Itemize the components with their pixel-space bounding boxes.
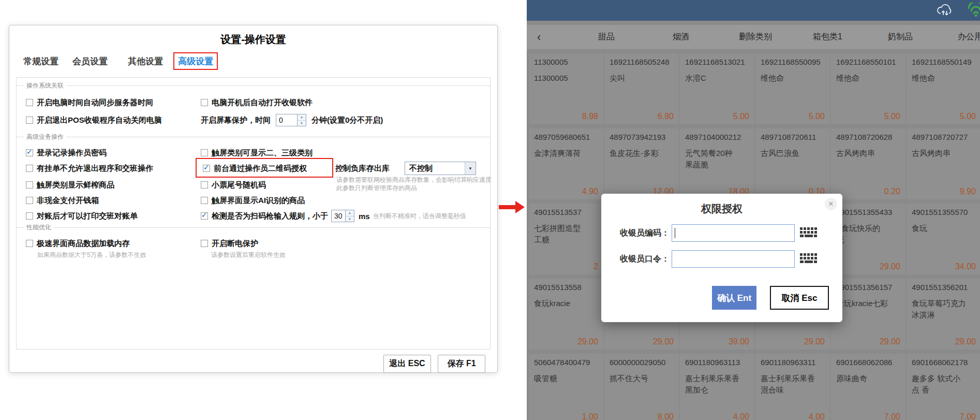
- product-cell[interactable]: 6901668062178趣多多 软式小 点 香7.00: [907, 354, 980, 420]
- product-price: 5.00: [960, 112, 976, 121]
- product-barcode: 6901180963113: [685, 358, 749, 367]
- checkbox-noncash-drawer-label: 非现金支付开钱箱: [37, 196, 99, 206]
- product-name: 食玩草莓巧克力 冰淇淋: [912, 298, 976, 321]
- close-icon[interactable]: ×: [825, 198, 837, 210]
- product-name: 水溶C: [685, 73, 749, 84]
- cashier-password-input[interactable]: [672, 250, 795, 268]
- checkbox-reconcile-print[interactable]: [26, 212, 33, 220]
- keyboard-icon[interactable]: [798, 250, 820, 268]
- tab-advanced[interactable]: 高级设置: [173, 52, 218, 70]
- product-cell[interactable]: 4901551356201食玩草莓巧克力 冰淇淋29.00: [907, 279, 980, 350]
- product-cell[interactable]: 6000000029050抓不住大号8.00: [604, 354, 679, 420]
- checkbox-qr-auth[interactable]: [203, 165, 210, 172]
- category-tab[interactable]: 奶制品: [888, 25, 913, 49]
- category-tab[interactable]: 箱包类1: [813, 25, 842, 49]
- cloud-sync-icon[interactable]: [937, 4, 953, 20]
- checkbox-scan-rule[interactable]: [201, 212, 208, 220]
- dialog-title: 设置-操作设置: [9, 33, 497, 47]
- product-cell[interactable]: 4897108720611古风巴浪鱼0.10: [755, 128, 830, 199]
- cashier-code-input[interactable]: [672, 224, 795, 242]
- product-barcode: 6901668062178: [912, 358, 976, 367]
- product-cell[interactable]: 16921168550095维他命5.00: [755, 53, 830, 124]
- checkbox-noncash-drawer[interactable]: [26, 197, 33, 204]
- checkbox-power-protect[interactable]: [201, 240, 208, 247]
- product-name: 食玩kracie: [534, 298, 598, 309]
- screensaver-minutes-input[interactable]: 0: [276, 114, 298, 126]
- neg-stock-label: 控制负库存出库: [335, 164, 390, 173]
- checkbox-auto-shutdown[interactable]: [26, 117, 33, 124]
- checkbox-touch-levels[interactable]: [201, 149, 208, 156]
- keyboard-icon[interactable]: [798, 224, 820, 242]
- confirm-button[interactable]: 确认 Ent: [712, 286, 756, 310]
- product-name: 维他命: [761, 73, 825, 84]
- screensaver-minutes-stepper[interactable]: ▲▼: [298, 114, 306, 126]
- product-barcode: 16921168550101: [836, 57, 900, 66]
- product-price: 6.80: [658, 112, 674, 121]
- checkbox-fresh-goods[interactable]: [26, 181, 33, 189]
- checkbox-ai-goods[interactable]: [201, 197, 208, 204]
- checkbox-reconcile-print-label: 对账后才可以打印交班对账单: [37, 211, 138, 221]
- group-os-linkage-title: 操作系统关联: [24, 81, 66, 90]
- tab-general[interactable]: 常规设置: [19, 52, 63, 70]
- product-cell[interactable]: 49015513558食玩kracie29.00: [529, 279, 603, 350]
- product-cell[interactable]: 6901668062086原味曲奇7.00: [831, 354, 905, 420]
- category-bar: ‹ 甜品烟酒删除类别箱包类1奶制品办公用品: [527, 25, 980, 49]
- product-cell[interactable]: 4897059680651金津清爽薄荷4.90: [529, 128, 603, 199]
- product-cell[interactable]: 16921168505248尖叫6.80: [604, 53, 679, 124]
- group-performance: 性能优化 极速界面商品数据加载内存 开启断电保护 如果商品数据大于5万条，该参数…: [17, 227, 490, 321]
- checkbox-fresh-goods-label: 触屏类别显示鲜榨商品: [37, 180, 114, 190]
- checkbox-hold-order-label: 有挂单不允许退出程序和交班操作: [37, 164, 153, 173]
- product-barcode: 4897059680651: [534, 133, 598, 141]
- product-price: 5.00: [809, 112, 825, 121]
- product-price: 39.00: [729, 337, 749, 346]
- exit-button[interactable]: 退出 ESC: [383, 355, 431, 373]
- checkbox-hold-order[interactable]: [26, 165, 33, 172]
- product-name: 食玩kracie七彩: [836, 298, 900, 309]
- checkbox-power-protect-label: 开启断电保护: [212, 239, 258, 249]
- checkbox-sync-time[interactable]: [26, 99, 33, 106]
- product-cell[interactable]: 4897073942193鱼皮花生-多彩12.00: [604, 128, 679, 199]
- product-cell[interactable]: 11300005113000058.98: [529, 53, 603, 124]
- category-back-chevron-icon[interactable]: ‹: [537, 25, 541, 49]
- checkbox-auto-open[interactable]: [201, 99, 208, 106]
- product-barcode: 11300005: [534, 57, 598, 66]
- settings-content-box: 操作系统关联 开启电脑时间自动同步服务器时间 电脑开机后自动打开收银软件 开启退…: [16, 77, 491, 350]
- product-cell[interactable]: 16921168550101维他命5.00: [831, 53, 905, 124]
- product-cell[interactable]: 4897104000212元气简餐20种 果蔬脆18.00: [680, 128, 754, 199]
- product-name: 尖叫: [610, 73, 674, 84]
- scan-ms-stepper[interactable]: ▲▼: [346, 210, 354, 222]
- product-cell[interactable]: 6901180963113嘉士利果乐果香 黑加仑4.00: [680, 354, 754, 420]
- product-cell[interactable]: 4897108720628古风烤肉串0.20: [831, 128, 905, 199]
- wifi-icon[interactable]: [966, 3, 980, 20]
- group-os-linkage: 操作系统关联 开启电脑时间自动同步服务器时间 电脑开机后自动打开收银软件 开启退…: [17, 85, 490, 137]
- neg-stock-dropdown[interactable]: 不控制 ▼: [405, 162, 476, 175]
- category-tab[interactable]: 办公用品: [958, 25, 980, 49]
- product-price: 5.00: [733, 112, 749, 121]
- product-cell[interactable]: 49015513537七彩拼图造型 工糖2: [529, 204, 603, 274]
- category-tab[interactable]: 烟酒: [673, 25, 689, 49]
- category-tab[interactable]: 删除类别: [739, 25, 772, 49]
- product-cell[interactable]: 4901551355570食玩34.00: [907, 204, 980, 274]
- checkbox-memory-load[interactable]: [26, 240, 33, 247]
- checkbox-login-password[interactable]: [26, 149, 33, 156]
- category-tab[interactable]: 甜品: [598, 25, 615, 49]
- product-cell[interactable]: 5060478400479吸管糖1.00: [529, 354, 603, 420]
- product-name: 七彩拼图造型 工糖: [534, 223, 598, 245]
- product-cell[interactable]: 16921168550149维他命5.00: [907, 53, 980, 124]
- tab-other[interactable]: 其他设置: [123, 52, 168, 70]
- cancel-button[interactable]: 取消 Esc: [770, 286, 829, 310]
- product-price: 29.00: [880, 337, 900, 346]
- product-cell[interactable]: 4897108720727古风烤肉串9.90: [907, 128, 980, 199]
- checkbox-ai-goods-label: 触屏界面显示AI识别的商品: [212, 196, 305, 206]
- tab-member[interactable]: 会员设置: [68, 52, 112, 70]
- product-barcode: 4897108720628: [836, 133, 900, 141]
- product-barcode: 4901551356201: [912, 283, 976, 292]
- checkbox-ticket-tail[interactable]: [201, 181, 208, 189]
- product-name: 趣多多 软式小 点 香: [912, 373, 976, 396]
- cashier-code-label: 收银员编码：: [608, 228, 670, 239]
- scan-ms-input[interactable]: 30: [331, 210, 346, 222]
- product-cell[interactable]: 16921168513021水溶C5.00: [680, 53, 754, 124]
- save-button[interactable]: 保存 F1: [438, 355, 485, 373]
- product-cell[interactable]: 6901180963311嘉士利果乐果香 混合味4.00: [755, 354, 830, 420]
- product-price: 4.90: [582, 187, 598, 196]
